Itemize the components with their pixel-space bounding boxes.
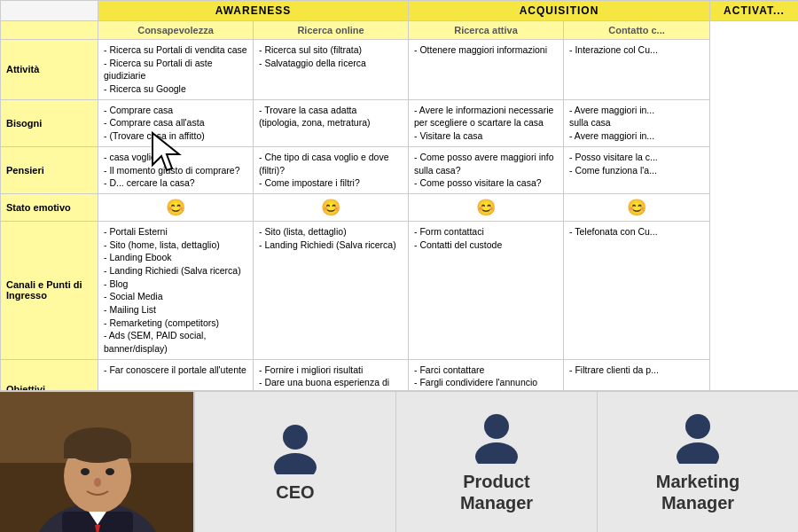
svg-rect-6 <box>64 445 131 458</box>
table-row: Attività- Ricerca su Portali di vendita … <box>1 40 799 100</box>
svg-point-8 <box>106 468 114 475</box>
row-label-4: Canali e Punti di Ingresso <box>1 221 98 359</box>
person-icon-pm <box>470 411 523 464</box>
subheader-4: Contatto c... <box>564 21 710 40</box>
data-cell-2-0: - casa voglio? - Il momento giusto di co… <box>98 146 254 193</box>
svg-point-13 <box>283 425 308 450</box>
svg-point-17 <box>685 414 710 439</box>
emoji-cell-3-2: 😊 <box>409 193 564 221</box>
person-icon-ceo <box>269 421 322 474</box>
data-cell-4-2: - Form contattaci - Contatti del custode <box>409 221 564 359</box>
table-row: Canali e Punti di Ingresso- Portali Este… <box>1 221 799 359</box>
table-row: Obiettivi- Far conoscere il portale all'… <box>1 359 799 390</box>
row-label-2: Pensieri <box>1 146 98 193</box>
subheader-1: Consapevolezza <box>98 21 254 40</box>
bottom-panel: CEO Product Manager Marketing Manager <box>0 390 798 532</box>
data-cell-1-3: - Avere maggiori in... sulla casa - Aver… <box>564 99 710 146</box>
persona-pm-label: Product Manager <box>460 471 533 513</box>
data-cell-2-2: - Come posso avere maggiori info sulla c… <box>409 146 564 193</box>
subheader-3: Ricerca attiva <box>409 21 564 40</box>
persona-mm-label: Marketing Manager <box>656 471 739 513</box>
emoji-cell-3-3: 😊 <box>564 193 710 221</box>
emoji-cell-3-0: 😊 <box>98 193 254 221</box>
data-cell-0-2: - Ottenere maggiori informazioni <box>409 40 564 100</box>
data-cell-4-3: - Telefonata con Cu... <box>564 221 710 359</box>
data-cell-5-3: - Filtrare clienti da p... <box>564 359 710 390</box>
journey-map-table: AWARENESSACQUISITIONACTIVAT...Consapevol… <box>0 0 798 390</box>
row-label-3: Stato emotivo <box>1 193 98 221</box>
svg-point-18 <box>677 442 719 464</box>
video-feed <box>0 392 195 532</box>
table-row: Stato emotivo😊😊😊😊 <box>1 193 799 221</box>
phase-awareness: AWARENESS <box>98 1 409 21</box>
data-cell-0-1: - Ricerca sul sito (filtrata) - Salvatag… <box>254 40 409 100</box>
phase-activation: ACTIVAT... <box>710 1 798 21</box>
persona-ceo-label: CEO <box>276 481 314 503</box>
row-label-1: Bisogni <box>1 99 98 146</box>
svg-point-7 <box>81 468 90 475</box>
phase-acquisition: ACQUISITION <box>409 1 710 21</box>
row-label-0: Attività <box>1 40 98 100</box>
svg-point-15 <box>484 414 509 439</box>
data-cell-5-0: - Far conoscere il portale all'utente <box>98 359 254 390</box>
data-cell-2-3: - Posso visitare la c... - Come funziona… <box>564 146 710 193</box>
person-icon-mm <box>671 411 724 464</box>
data-cell-1-1: - Trovare la casa adatta (tipologia, zon… <box>254 99 409 146</box>
emoji-cell-3-1: 😊 <box>254 193 409 221</box>
subheader-2: Ricerca online <box>254 21 409 40</box>
data-cell-2-1: - Che tipo di casa voglio e dove (filtri… <box>254 146 409 193</box>
data-cell-0-3: - Interazione col Cu... <box>564 40 710 100</box>
data-cell-4-1: - Sito (lista, dettaglio) - Landing Rich… <box>254 221 409 359</box>
data-cell-1-2: - Avere le informazioni necessarie per s… <box>409 99 564 146</box>
row-label-5: Obiettivi <box>1 359 98 390</box>
svg-point-14 <box>274 453 317 474</box>
table-row: Bisogni- Comprare casa - Comprare casa a… <box>1 99 799 146</box>
subheader-0 <box>1 21 98 40</box>
persona-marketing-manager[interactable]: Marketing Manager <box>598 392 798 532</box>
data-cell-1-0: - Comprare casa - Comprare casa all'asta… <box>98 99 254 146</box>
svg-point-9 <box>94 478 101 487</box>
data-cell-5-1: - Fornire i migliori risultati - Dare un… <box>254 359 409 390</box>
data-cell-5-2: - Farci contattare - Fargli condividere … <box>409 359 564 390</box>
video-card <box>0 392 195 532</box>
svg-point-16 <box>475 442 518 464</box>
persona-product-manager[interactable]: Product Manager <box>396 392 598 532</box>
table-row: Pensieri- casa voglio? - Il momento gius… <box>1 146 799 193</box>
data-cell-0-0: - Ricerca su Portali di vendita case - R… <box>98 40 254 100</box>
persona-ceo[interactable]: CEO <box>195 392 396 532</box>
data-cell-4-0: - Portali Esterni - Sito (home, lista, d… <box>98 221 254 359</box>
